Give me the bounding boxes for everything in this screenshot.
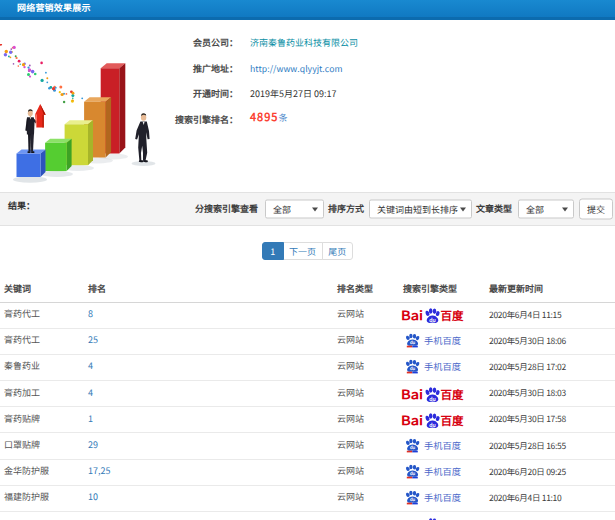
- info-row: 推广地址：http://www.qlyyjt.com: [0, 56, 358, 82]
- svg-text:du: du: [429, 421, 436, 429]
- stripe-blue: [412, 346, 418, 348]
- next-page-button[interactable]: 下一页: [283, 242, 323, 260]
- rank-cell: 17,25: [88, 459, 337, 485]
- updated-cell: 2020年5月30日 18:06: [489, 328, 615, 354]
- keyword-cell: 膏药贴牌: [0, 407, 88, 433]
- engine-select[interactable]: 全部: [265, 200, 324, 219]
- column-header: 排名: [88, 269, 337, 302]
- stripe-blue: [412, 372, 418, 374]
- engine-cell: Baidu百度: [403, 407, 489, 433]
- engine-cell: Baidu百度: [403, 302, 489, 328]
- table-row: 金华防护服17,25云网站du手机百度2020年6月20日 09:25: [0, 459, 615, 485]
- open-time-value: 2019年5月27日 09:17: [250, 87, 336, 100]
- mobile-baidu-text: 手机百度: [424, 360, 461, 373]
- sort-select-value: 关键词由短到长排序: [377, 203, 458, 216]
- baidu-logo-bai-text: Bai: [401, 385, 423, 403]
- keyword-cell: 膏药代工: [0, 328, 88, 354]
- rank-unit: 条: [278, 111, 287, 124]
- filter-controls: 分搜索引擎查看 全部 排序方式 关键词由短到长排序 文章类型 全部 提交: [195, 199, 613, 220]
- stripe-blue: [412, 477, 418, 479]
- rank-cell: 8: [88, 302, 337, 328]
- article-type-select[interactable]: 全部: [518, 200, 574, 219]
- rank-type-cell: [337, 512, 403, 520]
- engine-select-value: 全部: [273, 203, 291, 216]
- info-rows: 会员公司：济南秦鲁药业科技有限公司推广地址：http://www.qlyyjt.…: [0, 30, 358, 132]
- baidu-logo: Baidu百度: [397, 411, 467, 429]
- baidu-paw-icon: du: [425, 387, 440, 402]
- submit-button[interactable]: 提交: [579, 199, 613, 220]
- updated-cell: 2020年6月4日 11:10: [489, 485, 615, 511]
- last-page-button[interactable]: 尾页: [322, 242, 354, 260]
- chevron-down-icon: [460, 208, 466, 212]
- chevron-down-icon: [312, 208, 318, 212]
- promotion-url-link[interactable]: http://www.qlyyjt.com: [250, 62, 342, 75]
- keyword-cell: 金华防护服: [0, 459, 88, 485]
- engine-filter-label: 分搜索引擎查看: [195, 202, 258, 215]
- rank-type-cell: 云网站: [337, 302, 403, 328]
- stripe-blue: [412, 503, 418, 505]
- mobile-baidu-logo: du手机百度: [405, 490, 467, 506]
- table-row: 秦鲁药业4云网站du手机百度2020年5月28日 17:02: [0, 354, 615, 380]
- engine-cell: du手机百度: [403, 328, 489, 354]
- table-body: 膏药代工8云网站Baidu百度2020年6月4日 11:15膏药代工25云网站d…: [0, 302, 615, 520]
- engine-cell: du手机百度: [403, 459, 489, 485]
- topbar: 网络营销效果展示: [0, 0, 615, 20]
- result-label: 结果：: [8, 199, 35, 212]
- column-header: 最新更新时间: [489, 269, 615, 302]
- updated-cell: [489, 512, 615, 520]
- info-label: 推广地址：: [0, 62, 238, 75]
- baidu-logo-cn-text: 百度: [441, 412, 464, 428]
- marketing-report-page: 网络营销效果展示 会员公司：济南秦鲁药业科技有限公司推广地址：http://ww…: [0, 0, 615, 520]
- stripe-blue: [412, 451, 418, 453]
- baidu-logo-cn-text: 百度: [441, 307, 464, 323]
- baidu-logo-cn-text: 百度: [441, 386, 464, 402]
- svg-text:du: du: [410, 497, 416, 503]
- rank-type-cell: 云网站: [337, 485, 403, 511]
- engine-cell: Baidu百度: [403, 512, 489, 520]
- baidu-paw-icon: du: [425, 308, 440, 323]
- table-row: 膏药代工25云网站du手机百度2020年5月30日 18:06: [0, 328, 615, 354]
- svg-text:du: du: [410, 471, 416, 477]
- search-engine-rank-value: 4895条: [250, 108, 287, 124]
- rank-type-cell: 云网站: [337, 328, 403, 354]
- keyword-cell: [0, 512, 88, 520]
- table-row: 福建防护服10云网站du手机百度2020年6月4日 11:10: [0, 485, 615, 511]
- svg-text:du: du: [410, 444, 416, 450]
- page-1-button[interactable]: 1: [262, 242, 284, 260]
- keyword-cell: 膏药加工: [0, 381, 88, 407]
- svg-text:du: du: [429, 316, 436, 324]
- baidu-paw-icon: du: [425, 413, 440, 428]
- info-label: 会员公司：: [0, 36, 238, 49]
- filter-bar: 结果： 分搜索引擎查看 全部 排序方式 关键词由短到长排序 文章类型 全部 提交: [0, 192, 615, 226]
- column-header: 搜索引擎类型: [403, 269, 489, 302]
- mobile-baidu-text: 手机百度: [424, 491, 461, 504]
- stripe-red: [407, 372, 413, 374]
- info-label: 搜索引擎排名：: [0, 113, 238, 126]
- rank-count: 4895: [250, 108, 278, 124]
- updated-cell: 2020年6月20日 09:25: [489, 459, 615, 485]
- rank-cell: 4: [88, 354, 337, 380]
- rank-type-cell: 云网站: [337, 433, 403, 459]
- info-row: 会员公司：济南秦鲁药业科技有限公司: [0, 30, 358, 56]
- engine-cell: du手机百度: [403, 485, 489, 511]
- rank-cell: [88, 512, 337, 520]
- table-row: 膏药贴牌1云网站Baidu百度2020年5月30日 17:58: [0, 407, 615, 433]
- engine-cell: du手机百度: [403, 354, 489, 380]
- pagination-section: 1 下一页 尾页: [0, 226, 615, 269]
- sort-select[interactable]: 关键词由短到长排序: [369, 200, 472, 219]
- rank-type-cell: 云网站: [337, 381, 403, 407]
- stripe-red: [407, 346, 413, 348]
- keyword-cell: 福建防护服: [0, 485, 88, 511]
- updated-cell: 2020年6月4日 11:15: [489, 302, 615, 328]
- member-company-name: 济南秦鲁药业科技有限公司: [250, 36, 358, 49]
- table-row: 膏药代工8云网站Baidu百度2020年6月4日 11:15: [0, 302, 615, 328]
- rank-cell: 29: [88, 433, 337, 459]
- baidu-logo-bai-text: Bai: [401, 306, 423, 324]
- baidu-logo-cn-text: 百度: [441, 517, 464, 520]
- updated-cell: 2020年5月30日 17:58: [489, 407, 615, 433]
- updated-cell: 2020年5月28日 16:55: [489, 433, 615, 459]
- chevron-down-icon: [562, 208, 568, 212]
- page-title: 网络营销效果展示: [0, 0, 615, 16]
- baidu-logo: Baidu百度: [397, 516, 467, 520]
- rank-table: 关键词排名排名类型搜索引擎类型最新更新时间 膏药代工8云网站Baidu百度202…: [0, 269, 615, 520]
